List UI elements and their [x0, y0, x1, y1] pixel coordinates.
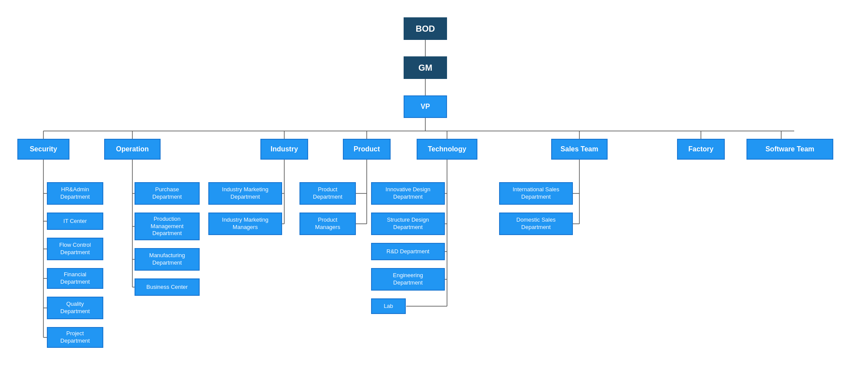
rd-node: R&D Department: [371, 243, 445, 260]
productdept-node: ProductDepartment: [299, 182, 356, 205]
rd-label: R&D Department: [387, 248, 430, 255]
productionmgmt-node: ProductionManagementDepartment: [135, 213, 200, 240]
structuredesign-label: Structure DesignDepartment: [387, 216, 429, 231]
hradmin-node: HR&AdminDepartment: [47, 182, 103, 205]
productmanagers-label: ProductManagers: [315, 216, 340, 231]
hradmin-label: HR&AdminDepartment: [60, 186, 90, 201]
purchase-node: PurchaseDepartment: [135, 182, 200, 205]
salesteam-label: Sales Team: [561, 145, 598, 153]
itcenter-label: IT Center: [63, 218, 87, 225]
industrymarketing-node: Industry MarketingDepartment: [208, 182, 282, 205]
security-label: Security: [30, 145, 57, 153]
manufacturing-node: ManufacturingDepartment: [135, 248, 200, 271]
gm-label: GM: [418, 63, 432, 73]
industrymarketing-label: Industry MarketingDepartment: [222, 186, 269, 201]
salesteam-node: Sales Team: [551, 139, 608, 160]
softwareteam-label: Software Team: [766, 145, 815, 153]
project-label: ProjectDepartment: [60, 330, 90, 345]
innovativedesign-label: Innovative DesignDepartment: [385, 186, 430, 201]
gm-node: GM: [404, 56, 447, 79]
financial-label: FinancialDepartment: [60, 271, 90, 286]
productmanagers-node: ProductManagers: [299, 213, 356, 235]
structuredesign-node: Structure DesignDepartment: [371, 213, 445, 235]
financial-node: FinancialDepartment: [47, 268, 103, 289]
softwareteam-node: Software Team: [746, 139, 833, 160]
factory-node: Factory: [677, 139, 725, 160]
product-label: Product: [354, 145, 380, 153]
vp-node: VP: [404, 95, 447, 118]
security-node: Security: [17, 139, 69, 160]
industrymanagers-node: Industry MarketingManagers: [208, 213, 282, 235]
technology-label: Technology: [428, 145, 467, 153]
lab-label: Lab: [384, 303, 393, 310]
flowcontrol-node: Flow ControlDepartment: [47, 238, 103, 260]
businesscenter-node: Business Center: [135, 278, 200, 296]
internationalsales-label: International SalesDepartment: [513, 186, 559, 201]
domesticsales-label: Domestic SalesDepartment: [516, 216, 556, 231]
org-chart: BOD GM VP Security Operation Industry Pr…: [0, 0, 868, 386]
lab-node: Lab: [371, 298, 406, 314]
operation-label: Operation: [116, 145, 149, 153]
quality-label: QualityDepartment: [60, 301, 90, 315]
project-node: ProjectDepartment: [47, 327, 103, 348]
quality-node: QualityDepartment: [47, 297, 103, 319]
vp-label: VP: [421, 103, 430, 111]
engineering-label: EngineeringDepartment: [393, 272, 423, 287]
itcenter-node: IT Center: [47, 213, 103, 230]
industry-label: Industry: [270, 145, 298, 153]
industrymanagers-label: Industry MarketingManagers: [222, 216, 269, 231]
innovativedesign-node: Innovative DesignDepartment: [371, 182, 445, 205]
manufacturing-label: ManufacturingDepartment: [149, 252, 185, 267]
flowcontrol-label: Flow ControlDepartment: [59, 242, 91, 256]
purchase-label: PurchaseDepartment: [152, 186, 182, 201]
internationalsales-node: International SalesDepartment: [499, 182, 573, 205]
product-node: Product: [343, 139, 391, 160]
engineering-node: EngineeringDepartment: [371, 268, 445, 291]
bod-label: BOD: [416, 24, 435, 34]
bod-node: BOD: [404, 17, 447, 40]
domesticsales-node: Domestic SalesDepartment: [499, 213, 573, 235]
factory-label: Factory: [688, 145, 713, 153]
productdept-label: ProductDepartment: [313, 186, 342, 201]
operation-node: Operation: [104, 139, 161, 160]
productionmgmt-label: ProductionManagementDepartment: [151, 216, 184, 238]
businesscenter-label: Business Center: [146, 284, 187, 291]
industry-node: Industry: [260, 139, 308, 160]
technology-node: Technology: [417, 139, 477, 160]
